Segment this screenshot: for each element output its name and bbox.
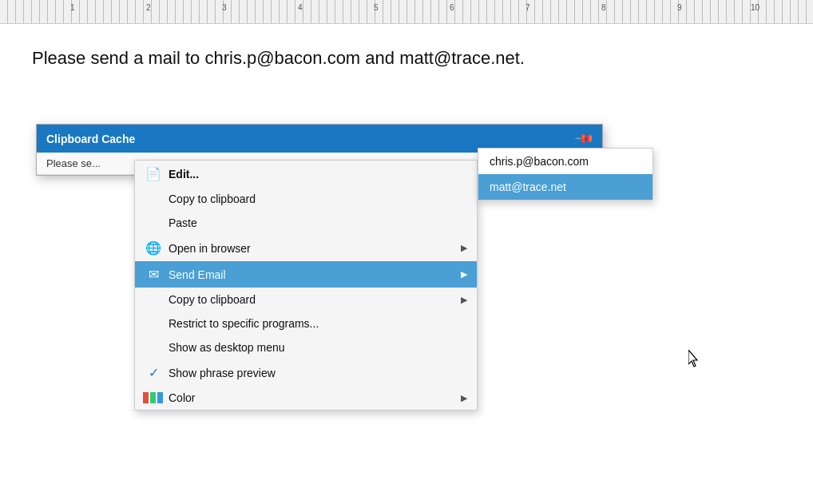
email-option-1: chris.p@bacon.com	[490, 155, 589, 168]
email-icon: ✉	[143, 267, 164, 282]
open-browser-arrow-icon: ▶	[461, 243, 467, 253]
svg-marker-0	[688, 350, 697, 367]
menu-item-edit[interactable]: 📄 Edit...	[135, 161, 477, 187]
copy-label-2: Copy to clipboard	[169, 293, 461, 306]
open-browser-label: Open in browser	[169, 242, 461, 255]
mouse-cursor	[688, 350, 703, 367]
menu-item-desktop-menu[interactable]: Show as desktop menu	[135, 335, 477, 359]
ruler: 1 2 3 4 5 6 7 8 9 10	[0, 0, 813, 24]
menu-item-restrict[interactable]: Restrict to specific programs...	[135, 312, 477, 335]
browser-icon: 🌐	[143, 240, 164, 256]
menu-item-paste[interactable]: Paste	[135, 211, 477, 235]
menu-item-send-email[interactable]: ✉ Send Email ▶	[135, 261, 477, 288]
document-text: Please send a mail to chris.p@bacon.com …	[32, 48, 525, 68]
send-email-arrow-icon: ▶	[461, 269, 467, 280]
menu-item-copy-1[interactable]: Copy to clipboard	[135, 187, 477, 211]
menu-item-copy-2[interactable]: Copy to clipboard ▶	[135, 288, 477, 312]
edit-label: Edit...	[169, 168, 467, 181]
context-menu: 📄 Edit... Copy to clipboard Paste 🌐 Open…	[134, 160, 478, 411]
copy-arrow-icon: ▶	[461, 295, 467, 305]
color-icon	[143, 392, 164, 403]
color-label: Color	[169, 391, 461, 404]
document-area: Please send a mail to chris.p@bacon.com …	[0, 24, 813, 93]
menu-item-color[interactable]: Color ▶	[135, 386, 477, 410]
edit-doc-icon: 📄	[143, 166, 164, 181]
restrict-label: Restrict to specific programs...	[169, 317, 467, 330]
email-option-2: matt@trace.net	[490, 181, 566, 193]
menu-item-phrase-preview[interactable]: ✓ Show phrase preview	[135, 359, 477, 386]
paste-label: Paste	[169, 216, 467, 229]
submenu-email-2[interactable]: matt@trace.net	[478, 174, 652, 200]
pin-icon[interactable]: 📌	[573, 128, 596, 150]
color-arrow-icon: ▶	[461, 393, 467, 403]
submenu-email-1[interactable]: chris.p@bacon.com	[478, 149, 652, 174]
checkmark-icon: ✓	[143, 365, 164, 380]
send-email-submenu: chris.p@bacon.com matt@trace.net	[478, 148, 653, 200]
popup-title: Clipboard Cache	[46, 133, 135, 145]
desktop-menu-label: Show as desktop menu	[169, 341, 467, 354]
copy-label-1: Copy to clipboard	[169, 192, 467, 205]
menu-item-open-browser[interactable]: 🌐 Open in browser ▶	[135, 235, 477, 261]
phrase-preview-label: Show phrase preview	[169, 367, 467, 379]
send-email-label: Send Email	[169, 268, 461, 281]
